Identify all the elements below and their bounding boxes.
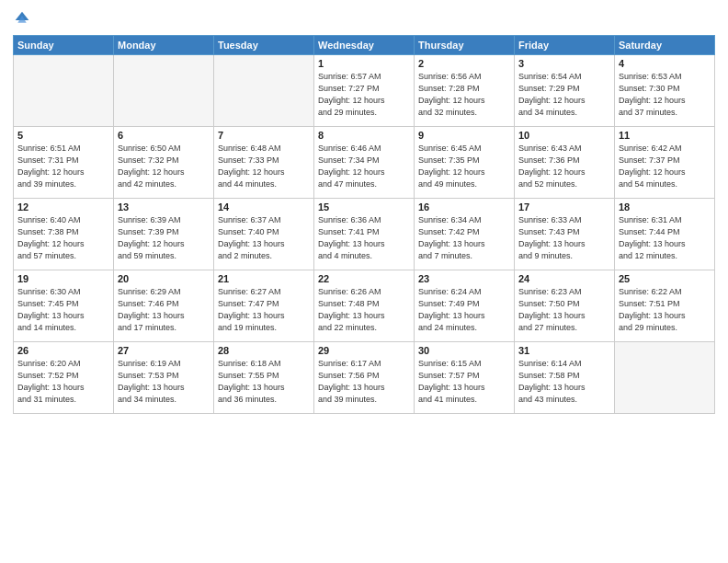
day-info: Sunrise: 6:29 AM Sunset: 7:46 PM Dayligh…: [118, 286, 210, 334]
day-info: Sunrise: 6:46 AM Sunset: 7:34 PM Dayligh…: [318, 143, 410, 190]
day-info: Sunrise: 6:50 AM Sunset: 7:32 PM Dayligh…: [118, 143, 210, 190]
day-number: 14: [218, 201, 310, 213]
calendar-cell: 23Sunrise: 6:24 AM Sunset: 7:49 PM Dayli…: [415, 270, 515, 342]
day-number: 21: [218, 273, 310, 284]
day-number: 23: [418, 273, 510, 284]
calendar-cell: 17Sunrise: 6:33 AM Sunset: 7:43 PM Dayli…: [515, 199, 615, 270]
day-number: 5: [17, 130, 109, 141]
calendar-cell: 29Sunrise: 6:17 AM Sunset: 7:56 PM Dayli…: [314, 342, 415, 414]
day-info: Sunrise: 6:17 AM Sunset: 7:56 PM Dayligh…: [318, 358, 410, 406]
calendar-cell: [114, 55, 214, 127]
calendar-cell: 15Sunrise: 6:36 AM Sunset: 7:41 PM Dayli…: [314, 199, 415, 270]
logo: [13, 9, 35, 28]
day-info: Sunrise: 6:56 AM Sunset: 7:28 PM Dayligh…: [418, 71, 510, 119]
day-number: 18: [619, 201, 711, 213]
calendar-week-row: 26Sunrise: 6:20 AM Sunset: 7:52 PM Dayli…: [14, 342, 715, 414]
day-number: 4: [619, 58, 711, 69]
day-number: 13: [118, 201, 210, 213]
calendar-header-row: SundayMondayTuesdayWednesdayThursdayFrid…: [14, 36, 715, 55]
calendar-cell: 19Sunrise: 6:30 AM Sunset: 7:45 PM Dayli…: [14, 270, 114, 342]
day-number: 19: [17, 273, 109, 284]
calendar-cell: [214, 55, 314, 127]
day-info: Sunrise: 6:48 AM Sunset: 7:33 PM Dayligh…: [218, 143, 310, 190]
day-info: Sunrise: 6:15 AM Sunset: 7:57 PM Dayligh…: [418, 358, 510, 406]
calendar-cell: 12Sunrise: 6:40 AM Sunset: 7:38 PM Dayli…: [14, 199, 114, 270]
day-info: Sunrise: 6:33 AM Sunset: 7:43 PM Dayligh…: [518, 214, 610, 262]
calendar-table: SundayMondayTuesdayWednesdayThursdayFrid…: [13, 35, 715, 414]
day-info: Sunrise: 6:31 AM Sunset: 7:44 PM Dayligh…: [619, 214, 711, 262]
day-info: Sunrise: 6:14 AM Sunset: 7:58 PM Dayligh…: [518, 358, 610, 406]
day-number: 7: [218, 130, 310, 141]
day-number: 12: [17, 201, 109, 213]
day-info: Sunrise: 6:20 AM Sunset: 7:52 PM Dayligh…: [17, 358, 109, 406]
weekday-header: Monday: [114, 36, 214, 55]
day-number: 27: [118, 345, 210, 356]
calendar-cell: 10Sunrise: 6:43 AM Sunset: 7:36 PM Dayli…: [515, 127, 615, 199]
day-info: Sunrise: 6:54 AM Sunset: 7:29 PM Dayligh…: [518, 71, 610, 119]
day-info: Sunrise: 6:40 AM Sunset: 7:38 PM Dayligh…: [17, 214, 109, 262]
calendar-cell: 5Sunrise: 6:51 AM Sunset: 7:31 PM Daylig…: [14, 127, 114, 199]
day-number: 31: [518, 345, 610, 356]
day-number: 15: [318, 201, 410, 213]
day-info: Sunrise: 6:37 AM Sunset: 7:40 PM Dayligh…: [218, 214, 310, 262]
day-info: Sunrise: 6:30 AM Sunset: 7:45 PM Dayligh…: [17, 286, 109, 334]
calendar-cell: 8Sunrise: 6:46 AM Sunset: 7:34 PM Daylig…: [314, 127, 415, 199]
calendar-cell: 21Sunrise: 6:27 AM Sunset: 7:47 PM Dayli…: [214, 270, 314, 342]
calendar-cell: 22Sunrise: 6:26 AM Sunset: 7:48 PM Dayli…: [314, 270, 415, 342]
calendar-cell: 26Sunrise: 6:20 AM Sunset: 7:52 PM Dayli…: [14, 342, 114, 414]
day-number: 10: [518, 130, 610, 141]
calendar-cell: 18Sunrise: 6:31 AM Sunset: 7:44 PM Dayli…: [615, 199, 715, 270]
header: [13, 9, 715, 28]
day-number: 20: [118, 273, 210, 284]
calendar-cell: 14Sunrise: 6:37 AM Sunset: 7:40 PM Dayli…: [214, 199, 314, 270]
calendar-cell: 25Sunrise: 6:22 AM Sunset: 7:51 PM Dayli…: [615, 270, 715, 342]
day-number: 9: [418, 130, 510, 141]
weekday-header: Wednesday: [314, 36, 415, 55]
calendar-cell: 4Sunrise: 6:53 AM Sunset: 7:30 PM Daylig…: [615, 55, 715, 127]
calendar-week-row: 19Sunrise: 6:30 AM Sunset: 7:45 PM Dayli…: [14, 270, 715, 342]
day-number: 16: [418, 201, 510, 213]
day-info: Sunrise: 6:23 AM Sunset: 7:50 PM Dayligh…: [518, 286, 610, 334]
calendar-cell: 1Sunrise: 6:57 AM Sunset: 7:27 PM Daylig…: [314, 55, 415, 127]
day-info: Sunrise: 6:51 AM Sunset: 7:31 PM Dayligh…: [17, 143, 109, 190]
calendar-cell: 13Sunrise: 6:39 AM Sunset: 7:39 PM Dayli…: [114, 199, 214, 270]
page: SundayMondayTuesdayWednesdayThursdayFrid…: [0, 0, 728, 563]
day-info: Sunrise: 6:27 AM Sunset: 7:47 PM Dayligh…: [218, 286, 310, 334]
weekday-header: Sunday: [14, 36, 114, 55]
calendar-cell: 3Sunrise: 6:54 AM Sunset: 7:29 PM Daylig…: [515, 55, 615, 127]
day-number: 24: [518, 273, 610, 284]
day-number: 30: [418, 345, 510, 356]
calendar-cell: 24Sunrise: 6:23 AM Sunset: 7:50 PM Dayli…: [515, 270, 615, 342]
day-info: Sunrise: 6:24 AM Sunset: 7:49 PM Dayligh…: [418, 286, 510, 334]
calendar-week-row: 12Sunrise: 6:40 AM Sunset: 7:38 PM Dayli…: [14, 199, 715, 270]
day-number: 3: [518, 58, 610, 69]
calendar-cell: 2Sunrise: 6:56 AM Sunset: 7:28 PM Daylig…: [415, 55, 515, 127]
calendar-week-row: 5Sunrise: 6:51 AM Sunset: 7:31 PM Daylig…: [14, 127, 715, 199]
day-number: 8: [318, 130, 410, 141]
day-number: 1: [318, 58, 410, 69]
day-info: Sunrise: 6:18 AM Sunset: 7:55 PM Dayligh…: [218, 358, 310, 406]
day-info: Sunrise: 6:42 AM Sunset: 7:37 PM Dayligh…: [619, 143, 711, 190]
calendar-cell: 30Sunrise: 6:15 AM Sunset: 7:57 PM Dayli…: [415, 342, 515, 414]
weekday-header: Tuesday: [214, 36, 314, 55]
calendar-cell: 7Sunrise: 6:48 AM Sunset: 7:33 PM Daylig…: [214, 127, 314, 199]
calendar-cell: 20Sunrise: 6:29 AM Sunset: 7:46 PM Dayli…: [114, 270, 214, 342]
weekday-header: Friday: [515, 36, 615, 55]
calendar-cell: 28Sunrise: 6:18 AM Sunset: 7:55 PM Dayli…: [214, 342, 314, 414]
calendar-cell: [615, 342, 715, 414]
calendar-week-row: 1Sunrise: 6:57 AM Sunset: 7:27 PM Daylig…: [14, 55, 715, 127]
day-number: 17: [518, 201, 610, 213]
weekday-header: Thursday: [415, 36, 515, 55]
day-info: Sunrise: 6:43 AM Sunset: 7:36 PM Dayligh…: [518, 143, 610, 190]
day-info: Sunrise: 6:53 AM Sunset: 7:30 PM Dayligh…: [619, 71, 711, 119]
day-info: Sunrise: 6:39 AM Sunset: 7:39 PM Dayligh…: [118, 214, 210, 262]
day-info: Sunrise: 6:57 AM Sunset: 7:27 PM Dayligh…: [318, 71, 410, 119]
calendar-cell: 16Sunrise: 6:34 AM Sunset: 7:42 PM Dayli…: [415, 199, 515, 270]
calendar-cell: 27Sunrise: 6:19 AM Sunset: 7:53 PM Dayli…: [114, 342, 214, 414]
day-info: Sunrise: 6:45 AM Sunset: 7:35 PM Dayligh…: [418, 143, 510, 190]
day-number: 25: [619, 273, 711, 284]
day-info: Sunrise: 6:26 AM Sunset: 7:48 PM Dayligh…: [318, 286, 410, 334]
day-number: 11: [619, 130, 711, 141]
day-info: Sunrise: 6:36 AM Sunset: 7:41 PM Dayligh…: [318, 214, 410, 262]
day-number: 6: [118, 130, 210, 141]
